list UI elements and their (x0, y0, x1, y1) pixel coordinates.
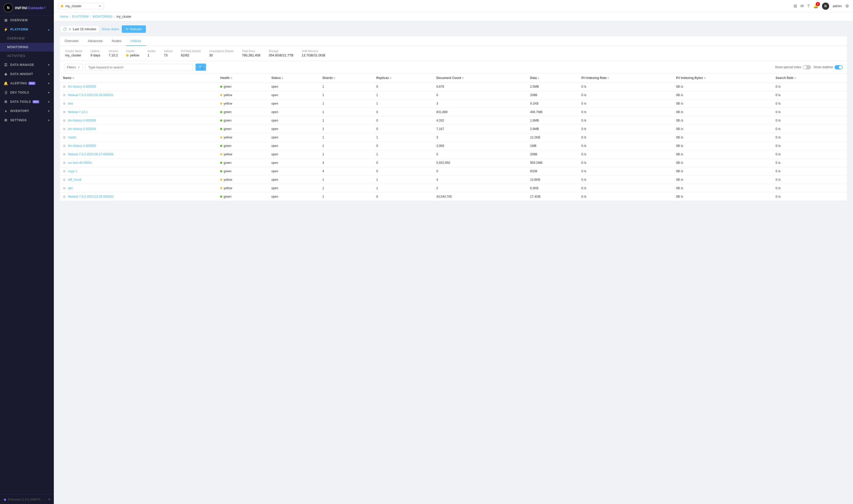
col-pri-indexing-bytes[interactable]: Pri Indexing Bytes⇅ (673, 74, 773, 83)
notification-bell[interactable]: 🔔 2 (813, 4, 818, 8)
cell-status-1: open (268, 91, 319, 100)
filters-dropdown[interactable]: Filters ▼ (64, 64, 83, 71)
index-link-9[interactable]: ccr-test-46-00001 (68, 161, 92, 165)
sidebar-overview-label: OVERVIEW (10, 18, 28, 22)
index-grid-icon: ⊞ (63, 127, 66, 131)
index-link-4[interactable]: ilm-history-3-000006 (68, 119, 96, 122)
health-text-1: yellow (223, 93, 232, 97)
help-icon[interactable]: ? (807, 4, 810, 8)
col-data[interactable]: Data⇅ (527, 74, 578, 83)
health-text-2: yellow (223, 102, 232, 105)
cell-replicas-6: 1 (373, 133, 433, 142)
col-pri-indexing-rate[interactable]: Pri Indexing Rate⇅ (578, 74, 673, 83)
show-dates-button[interactable]: Show dates (102, 27, 119, 31)
col-status[interactable]: Status⇅ (268, 74, 319, 83)
show-special-toggle[interactable] (803, 65, 811, 70)
tab-advanced[interactable]: Advanced (83, 36, 107, 46)
cell-doc-count-6: 3 (433, 133, 527, 142)
breadcrumb-monitoring[interactable]: MONITORING (92, 15, 112, 18)
index-link-3[interactable]: filebeat-7.10.2 (68, 110, 87, 114)
refresh-button[interactable]: ↻ Refresh (122, 25, 146, 33)
col-doc-count[interactable]: Document Count⇅ (433, 74, 527, 83)
tab-indices[interactable]: Indices (126, 36, 146, 46)
lines-icon: ≡ (48, 497, 50, 501)
search-input[interactable] (85, 64, 193, 71)
sidebar-platform-label: PLATFORM (10, 28, 28, 31)
sidebar-item-monitoring[interactable]: MONITORING (0, 43, 54, 52)
indices-value: 73 (164, 53, 173, 57)
col-shards[interactable]: Shards⇅ (319, 74, 373, 83)
health-cell-11: yellow (220, 178, 265, 181)
col-replicas[interactable]: Replicas⇅ (373, 74, 433, 83)
admin-avatar[interactable]: N (822, 3, 829, 10)
cell-replicas-2: 1 (373, 100, 433, 108)
index-link-12[interactable]: abc (68, 186, 73, 190)
inventory-arrow: ▼ (48, 110, 50, 112)
toolbar: 🕐 ▼ Last 15 minutes Show dates ↻ Refresh (60, 25, 847, 33)
logo-icon: N (4, 3, 13, 12)
index-link-8[interactable]: filebeat-7.9.3-2023.06.27-000005 (68, 152, 113, 156)
sidebar-bottom[interactable]: ◆ Enterprise (1.5.0_SNAPS... › ≡ (0, 494, 54, 504)
sidebar-item-settings[interactable]: ⚙ SETTINGS ▼ (0, 115, 54, 125)
index-link-13[interactable]: filebeat-7.9.3-2023.03.29-000002 (68, 195, 113, 198)
cell-doc-count-2: 3 (433, 100, 527, 108)
time-selector[interactable]: 🕐 ▼ Last 15 minutes (60, 25, 99, 33)
col-name[interactable]: Name⇅ (60, 74, 217, 83)
table-row: ⊞ copy-1 green open 4 0 0 832B 0 /s 0B /… (60, 167, 847, 176)
cell-shards-9: 4 (319, 159, 373, 167)
cell-name-6: ⊞ medcl (60, 133, 217, 142)
index-grid-icon: ⊞ (63, 93, 66, 97)
cell-doc-count-1: 0 (433, 91, 527, 100)
cell-pri-bytes-3: 0B /s (673, 108, 773, 116)
show-realtime-label: Show realtime (814, 65, 833, 69)
show-realtime-toggle[interactable] (835, 65, 843, 70)
col-health[interactable]: Health⇅ (217, 74, 268, 83)
cluster-selector[interactable]: my_cluster ▼ (58, 3, 104, 9)
cell-shards-6: 1 (319, 133, 373, 142)
sidebar-item-overview-sub[interactable]: OVERVIEW (0, 34, 54, 43)
refresh-icon: ↻ (126, 27, 129, 31)
indices-table: Name⇅ Health⇅ Status⇅ Shards⇅ Replicas⇅ … (60, 74, 847, 201)
cell-search-rate-12: 0 /s (773, 184, 847, 193)
index-link-1[interactable]: filebeat-7.9.3-2023.05.28-000001 (68, 93, 113, 97)
index-link-5[interactable]: ilm-history-3-000004 (68, 127, 96, 131)
sidebar-item-data-insight[interactable]: ◈ DATA INSIGHT ▼ (0, 70, 54, 79)
logo-area: N INFINI Console /// (0, 0, 54, 16)
message-icon[interactable]: ✉ (800, 4, 804, 8)
index-link-11[interactable]: diff_result (68, 178, 81, 181)
search-button[interactable]: 🔍 (196, 64, 206, 71)
grid-icon[interactable]: ⊞ (794, 4, 797, 8)
user-settings-icon[interactable]: ⚙ (845, 4, 849, 8)
sidebar-item-data-tools[interactable]: ⚙ DATA TOOLS Pro ▼ (0, 97, 54, 106)
index-link-6[interactable]: medcl (68, 136, 76, 139)
table-row: ⊞ diff_result yellow open 1 1 4 13.8KB 0… (60, 176, 847, 184)
breadcrumb-home[interactable]: Home (60, 15, 68, 18)
sidebar-item-dev-tools[interactable]: ⟨⟩ DEV TOOLS ▼ (0, 88, 54, 97)
sidebar-item-inventory[interactable]: ♦ INVENTORY ▼ (0, 106, 54, 115)
health-dot-0 (220, 86, 222, 88)
alerting-badge: Pro (29, 82, 35, 85)
sidebar-item-overview[interactable]: ⊞ OVERVIEW (0, 16, 54, 25)
cell-pri-rate-13: 0 /s (578, 193, 673, 201)
cell-data-8: 208B (527, 150, 578, 159)
jvm-value: 13.7GB/31.0GB (302, 53, 325, 57)
sidebar-item-platform[interactable]: ⚡ PLATFORM ▲ (0, 25, 54, 34)
tab-overview[interactable]: Overview (60, 36, 83, 46)
sidebar-item-alerting[interactable]: 🔔 ALERTING Pro ▼ (0, 79, 54, 88)
index-grid-icon: ⊞ (63, 152, 66, 156)
index-link-2[interactable]: test (68, 102, 73, 105)
sidebar-item-activities[interactable]: ACTIVITIES (0, 52, 54, 60)
index-link-0[interactable]: ilm-history-3-000005 (68, 85, 96, 88)
tab-nodes[interactable]: Nodes (107, 36, 126, 46)
cell-pri-rate-12: 0 /s (578, 184, 673, 193)
cell-name-9: ⊞ ccr-test-46-00001 (60, 159, 217, 167)
health-dot-4 (220, 120, 222, 122)
sidebar-item-data-manage[interactable]: ☰ DATA MANAGE ▼ (0, 60, 54, 70)
breadcrumb-platform[interactable]: PLATFORM (72, 15, 88, 18)
table-row: ⊞ abc yellow open 1 1 2 6.5KB 0 /s 0B /s… (60, 184, 847, 193)
index-link-7[interactable]: ilm-history-3-000003 (68, 144, 96, 148)
index-link-10[interactable]: copy-1 (68, 169, 77, 173)
cell-pri-bytes-5: 0B /s (673, 125, 773, 133)
col-search-rate[interactable]: Search Rate⇅ (773, 74, 847, 83)
cluster-dropdown-arrow: ▼ (99, 5, 101, 7)
